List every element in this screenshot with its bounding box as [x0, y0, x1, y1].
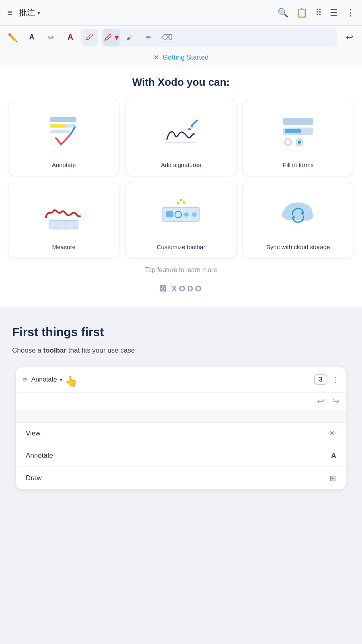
- ftf-section: First things first Choose a toolbar that…: [0, 313, 362, 489]
- stamp-tool-button[interactable]: A: [23, 29, 40, 46]
- svg-point-25: [192, 212, 197, 217]
- tc-annotate-dropdown[interactable]: Annotate ▾: [31, 376, 62, 383]
- dropdown-annotate[interactable]: Annotate A: [16, 445, 346, 467]
- svg-rect-10: [283, 118, 313, 125]
- svg-rect-3: [50, 124, 66, 128]
- feature-card-sync[interactable]: Sync with cloud storage: [243, 182, 354, 258]
- more-icon[interactable]: ⋮: [346, 8, 355, 18]
- feature-card-measure[interactable]: Measure: [8, 182, 119, 258]
- annotate-illustration: [12, 107, 115, 158]
- ftf-title: First things first: [12, 325, 350, 339]
- svg-marker-8: [190, 125, 193, 128]
- annotate-label: Annotate: [52, 161, 76, 169]
- feature-card-signatures[interactable]: Add signatures: [125, 100, 237, 176]
- pen-tools-group: 🖊 ▾ 🖌 ✒ ⌫: [101, 28, 337, 47]
- getting-started-close-button[interactable]: ✕: [153, 53, 159, 62]
- pen-tool-button[interactable]: 🖊: [81, 29, 98, 46]
- hamburger-icon[interactable]: ≡: [7, 8, 12, 18]
- tc-more-icon[interactable]: ⋮: [331, 375, 339, 384]
- measure-label: Measure: [52, 243, 75, 251]
- dropdown-view[interactable]: View 👁: [16, 423, 346, 445]
- feature-grid: Annotate Add: [8, 100, 354, 258]
- redo-icon[interactable]: ↪: [332, 396, 339, 407]
- top-bar-right: 🔍 📋 ⠿ ☰ ⋮: [278, 8, 355, 18]
- undo-redo-row: ↩ ↪: [16, 393, 346, 410]
- pen-dropdown-button[interactable]: 🖊 ▾: [103, 29, 120, 46]
- toolbar-chooser-card: ≡ Annotate ▾ 👆 3 ⋮ ↩ ↪ View: [16, 367, 346, 489]
- measure-illustration: [12, 189, 115, 240]
- svg-rect-0: [50, 117, 76, 122]
- title-dropdown[interactable]: 批注 ▾: [19, 7, 40, 18]
- toolbar-chooser-top: ≡ Annotate ▾ 👆 3 ⋮: [16, 367, 346, 393]
- view-icon: 👁: [328, 429, 336, 438]
- getting-started-bar: ✕ Getting Started: [0, 49, 362, 66]
- svg-rect-22: [166, 211, 173, 217]
- view-label: View: [26, 429, 41, 438]
- customize-label: Customize toolbar: [157, 243, 206, 251]
- list-icon[interactable]: ☰: [330, 8, 338, 18]
- tap-hint: Tap feature to learn more: [8, 266, 354, 274]
- svg-point-30: [282, 209, 298, 220]
- top-bar: ≡ 批注 ▾ 🔍 📋 ⠿ ☰ ⋮: [0, 0, 362, 26]
- customize-illustration: [130, 189, 232, 240]
- annotate-dropdown-icon: A: [331, 452, 336, 460]
- draw-label: Draw: [26, 474, 42, 482]
- search-icon[interactable]: 🔍: [278, 8, 288, 18]
- sync-illustration: [247, 189, 350, 240]
- svg-rect-2: [50, 130, 70, 133]
- svg-point-31: [299, 210, 313, 221]
- tc-badge: 3: [314, 374, 327, 385]
- dropdown-draw[interactable]: Draw ⊞: [16, 467, 346, 489]
- title-chevron-icon: ▾: [37, 10, 40, 16]
- strikethrough-button[interactable]: ✒: [140, 29, 157, 46]
- getting-started-label[interactable]: Getting Started: [162, 54, 208, 62]
- svg-line-4: [71, 127, 75, 134]
- toolbar-preview-area: [16, 410, 346, 422]
- annotate-dropdown-label: Annotate: [26, 452, 53, 460]
- svg-point-28: [180, 199, 182, 201]
- xodo-logo-text: XODO: [172, 284, 204, 293]
- draw-icon: ⊞: [329, 473, 336, 483]
- edit-tool-button[interactable]: ✏️: [4, 29, 21, 46]
- tc-annotate-label: Annotate: [31, 376, 57, 383]
- xodo-logo-icon: ⊠: [159, 283, 168, 294]
- feature-card-forms[interactable]: Fill in forms: [243, 100, 354, 176]
- text-color-button[interactable]: A: [62, 29, 79, 46]
- toolbar-chooser-dropdown: View 👁 Annotate A Draw ⊞: [16, 422, 346, 489]
- ftf-subtitle-bold: toolbar: [43, 347, 67, 354]
- svg-point-15: [298, 140, 301, 144]
- svg-point-9: [188, 128, 191, 130]
- eraser-button[interactable]: ⌫: [158, 29, 175, 46]
- main-content: With Xodo you can:: [0, 66, 362, 502]
- svg-point-27: [183, 201, 185, 204]
- undo-button[interactable]: ↩: [341, 29, 358, 46]
- svg-point-13: [285, 139, 291, 145]
- forms-label: Fill in forms: [283, 161, 314, 169]
- svg-rect-12: [285, 129, 301, 133]
- xodo-headline: With Xodo you can:: [8, 76, 354, 89]
- svg-line-7: [192, 120, 197, 125]
- feature-card-customize[interactable]: Customize toolbar: [125, 182, 237, 258]
- tc-chevron-icon: ▾: [60, 376, 62, 383]
- annotation-toolbar: ✏️ A ✏ A 🖊 🖊 ▾ 🖌 ✒ ⌫ ↩: [0, 26, 362, 49]
- signatures-label: Add signatures: [161, 161, 201, 169]
- tc-finger-icon: 👆: [65, 375, 78, 388]
- file-search-icon[interactable]: 📋: [296, 8, 307, 18]
- page-title: 批注: [19, 7, 35, 18]
- undo-icon[interactable]: ↩: [317, 396, 324, 407]
- tc-menu-icon[interactable]: ≡: [23, 375, 27, 384]
- ftf-subtitle: Choose a toolbar that fits your use case: [12, 345, 350, 356]
- sync-label: Sync with cloud storage: [266, 243, 330, 251]
- ftf-subtitle-before: Choose a: [12, 347, 43, 354]
- grid-icon[interactable]: ⠿: [315, 8, 322, 18]
- pencil-tool-button[interactable]: ✏: [43, 29, 60, 46]
- feature-card-annotate[interactable]: Annotate: [8, 100, 119, 176]
- highlighter-button[interactable]: 🖌: [121, 29, 138, 46]
- xodo-features-section: With Xodo you can:: [0, 66, 362, 307]
- top-bar-left: ≡ 批注 ▾: [7, 7, 40, 18]
- signatures-illustration: [130, 107, 232, 158]
- ftf-subtitle-after: that fits your use case: [66, 347, 135, 354]
- svg-point-26: [177, 202, 179, 204]
- xodo-logo: ⊠ XODO: [8, 283, 354, 294]
- forms-illustration: [247, 107, 350, 158]
